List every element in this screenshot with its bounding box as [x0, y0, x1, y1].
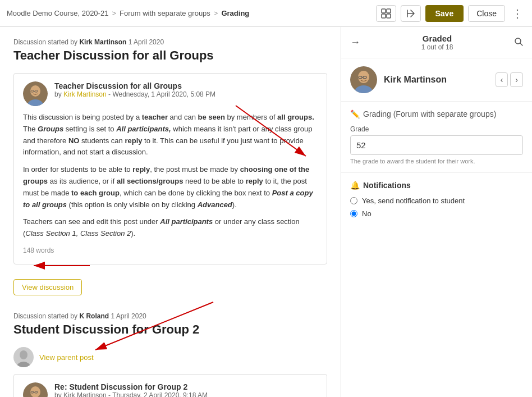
post-author-link-1[interactable]: Kirk Martinson: [63, 90, 107, 98]
expand-button[interactable]: [401, 5, 421, 22]
grading-status: Graded 1 out of 18: [421, 34, 453, 51]
more-options-button[interactable]: ⋮: [510, 4, 525, 22]
post-reply-date: by Kirk Martinson - Thursday, 2 April 20…: [54, 391, 208, 397]
breadcrumb-sep1: >: [112, 9, 116, 17]
grading-status-sub: 1 out of 18: [421, 43, 453, 51]
grading-header: → Graded 1 out of 18: [341, 27, 532, 58]
view-discussion-button[interactable]: View discussion: [13, 279, 82, 295]
radio-group: Yes, send notification to student No: [350, 197, 523, 218]
topbar: Moodle Demo Course, 2020-21 > Forum with…: [0, 0, 532, 27]
student-avatar: [350, 66, 377, 93]
post-body-1: This discussion is being posted by a tea…: [23, 112, 318, 256]
svg-rect-0: [382, 9, 386, 13]
svg-point-11: [35, 90, 38, 92]
grid-view-button[interactable]: [376, 5, 396, 22]
view-parent-post-link[interactable]: View parent post: [39, 353, 94, 362]
post-body-para3: Teachers can see and edit this post unde…: [23, 216, 318, 240]
breadcrumb: Moodle Demo Course, 2020-21 > Forum with…: [7, 9, 249, 17]
post-body-para1: This discussion is being posted by a tea…: [23, 112, 318, 158]
word-count-1: 148 words: [23, 245, 318, 256]
grade-label: Grade: [350, 125, 523, 133]
post-author-info-2: Re: Student Discussion for Group 2 by Ki…: [54, 382, 208, 397]
grading-section-title: ✏️ Grading (Forum with separate groups): [350, 109, 523, 118]
breadcrumb-part2: Forum with separate groups: [120, 9, 210, 17]
prev-student-button[interactable]: ‹: [496, 72, 508, 87]
grading-nav-arrow[interactable]: →: [350, 36, 360, 48]
student-nav: ‹ ›: [496, 72, 523, 87]
svg-rect-2: [382, 14, 386, 18]
post-card-2: Re: Student Discussion for Group 2 by Ki…: [13, 374, 327, 397]
breadcrumb-part3: Grading: [221, 9, 249, 17]
grading-section: ✏️ Grading (Forum with separate groups) …: [341, 102, 532, 173]
post-reply-title: Re: Student Discussion for Group 2: [54, 382, 208, 391]
radio-yes-label[interactable]: Yes, send notification to student: [350, 197, 523, 205]
svg-rect-1: [387, 9, 391, 13]
search-button[interactable]: [514, 37, 523, 48]
post-author-date-1: by Kirk Martinson - Wednesday, 1 April 2…: [54, 90, 215, 98]
svg-point-13: [20, 350, 27, 359]
bell-icon: 🔔: [350, 181, 360, 190]
topbar-actions: Save Close ⋮: [376, 4, 526, 22]
discussion-1-meta: Discussion started by Kirk Martinson 1 A…: [13, 38, 327, 46]
post-author-info-1: Teacher Discussion for all Groups by Kir…: [54, 81, 215, 98]
notifications-section: 🔔 Notifications Yes, send notification t…: [341, 173, 532, 226]
discussion-1-block: Discussion started by Kirk Martinson 1 A…: [13, 38, 327, 295]
notifications-title: 🔔 Notifications: [350, 181, 523, 190]
post-header-1: Teacher Discussion for all Groups by Kir…: [23, 81, 318, 106]
avatar-student: [13, 347, 34, 367]
student-info: Kirk Martinson ‹ ›: [341, 58, 532, 102]
next-student-button[interactable]: ›: [510, 72, 523, 87]
svg-point-10: [31, 90, 34, 92]
avatar-kirk-2: [23, 382, 48, 397]
radio-yes-input[interactable]: [350, 197, 357, 204]
breadcrumb-part1: Moodle Demo Course, 2020-21: [7, 9, 108, 17]
discussion-2-meta: Discussion started by K Roland 1 April 2…: [13, 312, 327, 320]
svg-rect-3: [387, 14, 391, 18]
avatar-1: [23, 81, 48, 106]
radio-no-label[interactable]: No: [350, 209, 523, 218]
post-header-2: Re: Student Discussion for Group 2 by Ki…: [23, 382, 318, 397]
close-button[interactable]: Close: [468, 5, 505, 22]
save-button[interactable]: Save: [425, 5, 464, 22]
radio-no-input[interactable]: [350, 210, 357, 217]
post-author-name-1: Teacher Discussion for all Groups: [54, 81, 215, 90]
discussion-1-title: Teacher Discussion for all Groups: [13, 48, 327, 63]
grade-input[interactable]: [350, 135, 523, 155]
grade-hint: The grade to award the student for their…: [350, 158, 523, 165]
pencil-icon: ✏️: [350, 109, 360, 118]
main-layout: Discussion started by Kirk Martinson 1 A…: [0, 27, 532, 397]
breadcrumb-sep2: >: [214, 9, 218, 17]
grading-status-title: Graded: [421, 34, 453, 43]
left-panel: Discussion started by Kirk Martinson 1 A…: [0, 27, 341, 397]
discussion-2-title: Student Discussion for Group 2: [13, 322, 327, 337]
student-name: Kirk Martinson: [384, 75, 489, 85]
discussion-2-block: Discussion started by K Roland 1 April 2…: [13, 312, 327, 397]
post-body-para2: In order for students to be able to repl…: [23, 164, 318, 211]
svg-line-26: [520, 43, 522, 45]
right-panel: → Graded 1 out of 18: [341, 27, 532, 397]
post-card-1: Teacher Discussion for all Groups by Kir…: [13, 73, 327, 264]
